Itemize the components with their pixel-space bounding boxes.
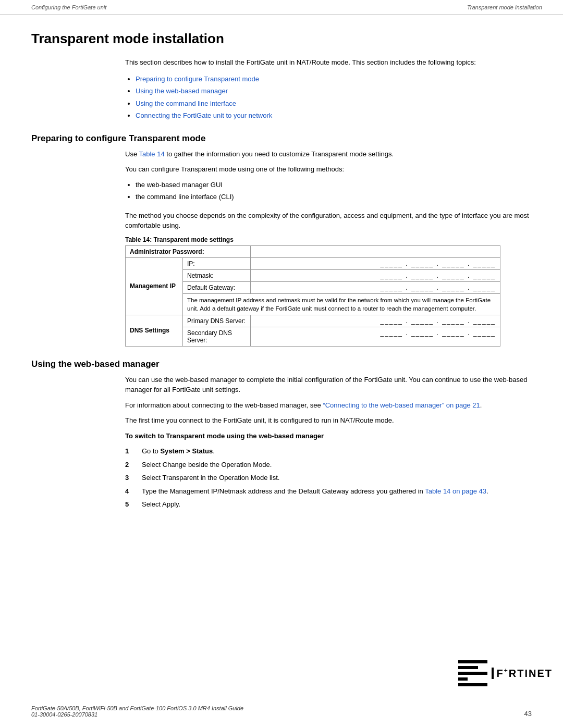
link-preparing[interactable]: Preparing to configure Transparent mode [136,75,259,83]
list-item: Connecting the FortiGate unit to your ne… [136,110,532,121]
gateway-label: Default Gateway: [183,281,251,293]
page: Configuring the FortiGate unit Transpare… [0,0,563,728]
page-title: Transparent mode installation [31,31,532,47]
logo-bar-5 [458,683,487,686]
step-4: 4 Type the Management IP/Netmask address… [125,486,532,497]
dns-settings-label: DNS Settings [126,315,183,346]
header-right: Transparent mode installation [467,4,542,10]
step-num-1: 1 [125,446,133,456]
logo-bar-2 [458,666,478,669]
list-item: Using the web-based manager [136,86,532,96]
step-2: 2 Select Change beside the Operation Mod… [125,460,532,470]
steps-list: 1 Go to System > Status. 2 Select Change… [125,446,532,510]
step-5: 5 Select Apply. [125,499,532,510]
sub-heading-label: To switch to Transparent mode using the … [125,432,324,440]
main-content: Transparent mode installation This secti… [0,15,563,544]
step-4-text: Type the Management IP/Netmask address a… [142,486,488,497]
fortinet-logo-block: F+RTINET [458,660,553,686]
table14-link-1[interactable]: Table 14 [139,150,165,158]
admin-password-value [251,245,500,257]
step-num-3: 3 [125,473,133,483]
link-cli[interactable]: Using the command line interface [136,100,236,107]
management-ip-label: Management IP [126,257,183,315]
intro-paragraph: This section describes how to install th… [125,57,532,68]
settings-table: Administrator Password: Management IP IP… [125,245,500,347]
footer-product-line: FortiGate-50A/50B, FortiWiFi-50B and For… [31,705,243,711]
step-num-4: 4 [125,486,133,497]
admin-password-label: Administrator Password: [126,245,251,257]
table-row-dns-primary: DNS Settings Primary DNS Server: _____ .… [126,315,500,327]
list-item: the command line interface (CLI) [136,192,532,202]
list-item: Using the command line interface [136,98,532,109]
footer-doc-id: 01-30004-0265-20070831 [31,711,243,718]
section2-para3: The first time you connect to the FortiG… [125,415,532,426]
secondary-dns-value: _____ . _____ . _____ . _____ [251,327,500,346]
table-row-ip: Management IP IP: _____ . _____ . _____ … [126,257,500,269]
step-1: 1 Go to System > Status. [125,446,532,456]
secondary-dns-label: Secondary DNS Server: [183,327,251,346]
step-2-text: Select Change beside the Operation Mode. [142,460,272,470]
table14-link-2[interactable]: Table 14 on page 43 [425,487,486,495]
step-num-5: 5 [125,499,133,510]
primary-dns-value: _____ . _____ . _____ . _____ [251,315,500,327]
step-3-text: Select Transparent in the Operation Mode… [142,473,279,483]
step-3: 3 Select Transparent in the Operation Mo… [125,473,532,483]
table-row-admin: Administrator Password: [126,245,500,257]
link-connecting[interactable]: Connecting the FortiGate unit to your ne… [136,112,272,119]
section1-para1: Use Table 14 to gather the information y… [125,149,532,159]
ip-value: _____ . _____ . _____ . _____ [251,257,500,269]
section1-heading: Preparing to configure Transparent mode [31,133,532,144]
header-bar: Configuring the FortiGate unit Transpare… [0,0,563,15]
netmask-value: _____ . _____ . _____ . _____ [251,269,500,281]
method-list: the web-based manager GUI the command li… [136,180,532,202]
link-web-manager[interactable]: Using the web-based manager [136,87,228,95]
step-5-text: Select Apply. [142,499,180,510]
step-num-2: 2 [125,460,133,470]
logo-bars-container [458,660,487,686]
section2-para2: For information about connecting to the … [125,400,532,411]
footer-left: FortiGate-50A/50B, FortiWiFi-50B and For… [31,705,243,718]
section2-heading: Using the web-based manager [31,359,532,369]
section1-para2: You can configure Transparent mode using… [125,164,532,175]
netmask-label: Netmask: [183,269,251,281]
header-left: Configuring the FortiGate unit [31,4,106,10]
topic-list: Preparing to configure Transparent mode … [136,74,532,121]
logo-bar-3 [458,672,487,675]
connecting-link[interactable]: “Connecting to the web-based manager” on… [323,401,480,409]
gateway-value: _____ . _____ . _____ . _____ [251,281,500,293]
system-status-bold: System > Status [160,447,213,455]
list-item: the web-based manager GUI [136,180,532,190]
section2-para1: You can use the web-based manager to com… [125,375,532,395]
ip-label: IP: [183,257,251,269]
table-caption: Table 14: Transparent mode settings [125,236,532,243]
sub-heading-switch: To switch to Transparent mode using the … [125,431,532,441]
footer-page-number: 43 [524,710,532,718]
logo-bar-4 [458,677,468,681]
mgmt-note: The management IP address and netmask mu… [183,293,500,315]
logo-bar-1 [458,660,487,663]
primary-dns-label: Primary DNS Server: [183,315,251,327]
section1-para3: The method you choose depends on the com… [125,211,532,231]
list-item: Preparing to configure Transparent mode [136,74,532,84]
fortinet-name: F+RTINET [492,668,553,679]
page-footer: FortiGate-50A/50B, FortiWiFi-50B and For… [31,705,532,718]
step-1-text: Go to System > Status. [142,446,215,456]
